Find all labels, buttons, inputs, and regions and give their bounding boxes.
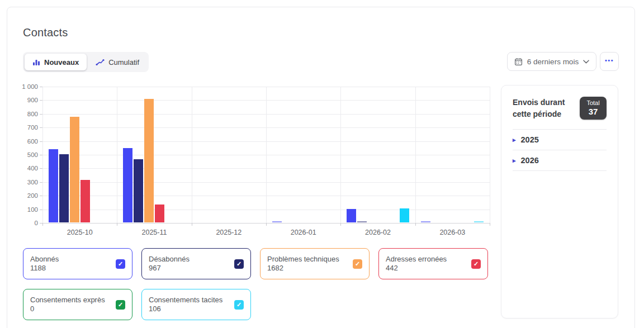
bar-slot [400, 208, 409, 222]
legend-card-label: Abonnés [30, 255, 116, 264]
legend-card-Consentements exprès[interactable]: Consentements exprès0✓ [23, 289, 132, 320]
chevron-right-icon: ▸ [513, 158, 516, 164]
bar-slot [474, 221, 484, 222]
x-axis-tick [415, 223, 416, 226]
x-axis-label: 2026-01 [266, 229, 340, 236]
y-axis-label: 1 000 [8, 83, 38, 90]
x-axis-tick [490, 223, 490, 226]
bar-slot [134, 159, 143, 222]
series-checkbox[interactable]: ✓ [234, 259, 244, 269]
bar-slot [59, 154, 69, 222]
legend-card-label: Consentements exprès [30, 296, 116, 305]
ellipsis-icon: ••• [605, 57, 614, 64]
legend-card-label: Adresses erronées [386, 255, 471, 264]
divider [513, 170, 607, 171]
bar-Abonnés-2026-03[interactable] [421, 221, 430, 222]
total-badge-value: 37 [584, 107, 602, 116]
contacts-dashboard: Contacts Nouveaux [0, 0, 644, 328]
legend-card-Abonnés[interactable]: Abonnés1188✓ [23, 248, 132, 279]
bar-Adresses erronées-2025-11[interactable] [155, 205, 164, 222]
y-axis-label: 400 [8, 165, 38, 172]
bar-group-2026-01 [266, 87, 340, 222]
bar-Problèmes techniques-2025-11[interactable] [144, 99, 154, 222]
y-axis-label: 900 [8, 97, 38, 103]
legend-card-value: 967 [149, 264, 234, 273]
legend-card-text: Consentements exprès0 [30, 296, 116, 313]
bar-Désabonnés-2026-02[interactable] [357, 221, 367, 222]
series-legend: Abonnés1188✓Désabonnés967✓Problèmes tech… [23, 248, 493, 320]
bar-group-2026-02 [340, 87, 415, 222]
x-axis-label: 2026-03 [415, 229, 490, 236]
legend-card-label: Désabonnés [149, 255, 234, 264]
legend-card-value: 1188 [30, 264, 116, 273]
bar-Désabonnés-2025-11[interactable] [134, 159, 143, 222]
bar-slot [144, 99, 154, 222]
chevron-right-icon: ▸ [513, 137, 516, 143]
series-checkbox[interactable]: ✓ [234, 300, 244, 310]
bar-Abonnés-2025-10[interactable] [49, 149, 58, 222]
legend-card-text: Consentements tacites106 [149, 296, 234, 313]
bar-Abonnés-2025-11[interactable] [123, 148, 132, 222]
y-axis-label: 200 [8, 192, 38, 199]
bar-slot [80, 180, 90, 222]
bar-Consentements tacites-2026-03[interactable] [474, 221, 484, 222]
y-axis-label: 0 [8, 220, 38, 226]
bar-slot [272, 221, 282, 222]
bar-slot [123, 148, 132, 222]
y-axis-label: 300 [8, 179, 38, 186]
legend-card-Adresses erronées[interactable]: Adresses erronées442✓ [378, 248, 488, 279]
legend-card-text: Abonnés1188 [30, 255, 116, 273]
tab-cumulatif[interactable]: Cumulatif [88, 54, 147, 70]
legend-card-value: 442 [386, 264, 471, 273]
bar-slot [70, 117, 79, 222]
year-group-2025[interactable]: ▸2025 [513, 130, 607, 150]
bar-Abonnés-2026-02[interactable] [347, 209, 356, 222]
legend-card-text: Adresses erronées442 [386, 255, 471, 273]
period-label: 6 derniers mois [527, 58, 579, 66]
series-checkbox[interactable]: ✓ [116, 259, 125, 269]
bar-group-2025-11 [117, 87, 191, 222]
year-label: 2025 [521, 135, 539, 144]
page-title: Contacts [23, 26, 68, 39]
legend-card-Désabonnés[interactable]: Désabonnés967✓ [141, 248, 251, 279]
tab-label: Nouveaux [44, 58, 79, 66]
tab-nouveaux[interactable]: Nouveaux [25, 54, 87, 70]
legend-card-value: 1682 [267, 264, 353, 273]
bar-group-2025-10 [42, 87, 117, 222]
x-axis-tick [340, 223, 341, 226]
bar-Désabonnés-2025-10[interactable] [59, 154, 69, 222]
legend-card-Consentements tacites[interactable]: Consentements tacites106✓ [141, 289, 251, 320]
y-axis-label: 100 [8, 206, 38, 213]
bar-Adresses erronées-2025-10[interactable] [80, 180, 90, 222]
x-axis-tick [192, 223, 192, 226]
x-axis-label: 2025-11 [117, 229, 191, 236]
summary-title: Envois durant cette période [513, 97, 565, 120]
year-group-2026[interactable]: ▸2026 [513, 150, 607, 170]
more-options-button[interactable]: ••• [600, 52, 619, 71]
x-axis-tick [42, 223, 43, 226]
bar-group-2025-12 [192, 87, 266, 222]
plot-area: 01002003004005006007008009001 0002025-10… [42, 87, 490, 223]
series-checkbox[interactable]: ✓ [471, 259, 481, 269]
legend-card-value: 106 [149, 305, 234, 313]
sendings-summary-panel: Envois durant cette période Total 37 ▸20… [501, 85, 618, 319]
bar-slot [155, 205, 164, 222]
series-checkbox[interactable]: ✓ [116, 300, 125, 310]
summary-groups: ▸2025▸2026 [513, 129, 607, 171]
bar-Problèmes techniques-2025-10[interactable] [70, 117, 79, 222]
line-chart-icon [96, 59, 105, 66]
chart-mode-tabs: Nouveaux Cumulatif [23, 52, 149, 72]
bar-group-2026-03 [415, 87, 490, 222]
period-select[interactable]: 6 derniers mois [507, 52, 596, 71]
x-axis-label: 2025-12 [192, 229, 266, 236]
tab-label: Cumulatif [108, 58, 139, 66]
series-checkbox[interactable]: ✓ [353, 259, 362, 269]
contacts-bar-chart: 01002003004005006007008009001 0002025-10… [42, 87, 506, 249]
y-axis-label: 700 [8, 124, 38, 131]
bar-slot [347, 209, 356, 222]
bar-Consentements tacites-2026-02[interactable] [400, 208, 409, 222]
year-label: 2026 [521, 156, 539, 165]
legend-card-Problèmes techniques[interactable]: Problèmes techniques1682✓ [260, 248, 370, 279]
calendar-icon [514, 58, 523, 66]
bar-Abonnés-2026-01[interactable] [272, 221, 282, 222]
